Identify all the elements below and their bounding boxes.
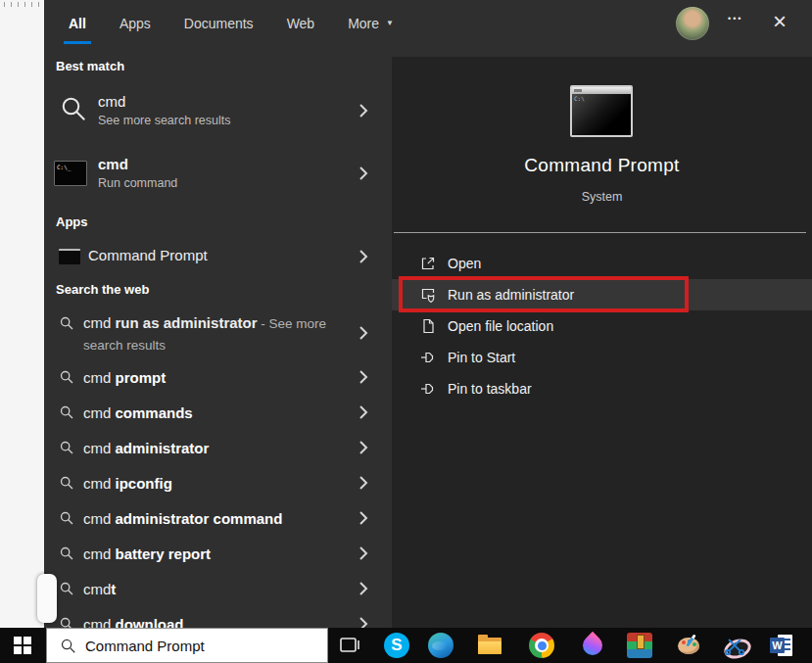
suggestion-bold: t <box>111 581 116 597</box>
best-match-search-result[interactable]: cmd See more search results <box>44 83 392 138</box>
app-subtitle: System <box>392 190 812 204</box>
suggestion-text: cmdt <box>83 581 116 597</box>
taskbar-search-box[interactable] <box>46 628 328 663</box>
task-view-icon[interactable] <box>338 633 363 658</box>
chevron-right-icon[interactable] <box>358 369 368 385</box>
start-button[interactable] <box>0 628 45 663</box>
tab-web-label: Web <box>287 16 315 31</box>
search-icon <box>59 94 88 127</box>
suggestion-bold: prompt <box>116 369 167 386</box>
section-search-the-web: Search the web <box>56 282 149 297</box>
word-icon[interactable]: W <box>769 633 794 658</box>
action-label: Open file location <box>448 318 553 334</box>
app-title: Command Prompt <box>392 155 812 176</box>
web-suggestion[interactable]: cmd ipconfig <box>44 465 392 500</box>
tab-more[interactable]: More ▼ <box>346 0 396 46</box>
suggestion-prefix: cmd <box>83 314 116 331</box>
chevron-down-icon: ▼ <box>386 19 394 27</box>
tab-more-label: More <box>348 16 379 31</box>
search-icon <box>59 315 74 331</box>
suggestion-bold: ipconfig <box>116 475 172 492</box>
suggestion-prefix: cmd <box>83 581 111 597</box>
chevron-right-icon[interactable] <box>358 249 368 264</box>
filter-tabs: All Apps Documents Web More ▼ <box>67 0 396 46</box>
chevron-right-icon[interactable] <box>358 325 368 341</box>
suggestion-bold: administrator command <box>116 510 283 527</box>
paint-icon[interactable] <box>676 633 701 658</box>
chevron-right-icon[interactable] <box>358 581 368 596</box>
tab-apps[interactable]: Apps <box>118 0 153 46</box>
file-location-icon <box>419 317 437 335</box>
action-pin-to-start[interactable]: Pin to Start <box>392 342 812 373</box>
tab-all[interactable]: All <box>67 0 88 46</box>
suggestion-prefix: cmd <box>83 545 116 562</box>
paint-3d-icon[interactable] <box>580 633 605 658</box>
cmd-window-icon: C:\_ <box>54 161 87 186</box>
taskbar: S W <box>0 628 812 663</box>
action-label: Pin to taskbar <box>448 381 532 397</box>
suggestion-bold: battery report <box>116 545 212 562</box>
file-explorer-icon[interactable] <box>477 633 502 658</box>
snipping-tool-icon[interactable] <box>722 633 747 658</box>
result-title: cmd <box>98 154 177 174</box>
pin-icon <box>419 380 437 398</box>
winrar-icon[interactable] <box>627 633 652 658</box>
web-suggestion[interactable]: cmd prompt <box>44 359 392 395</box>
search-icon <box>59 440 74 455</box>
cmd-window-icon <box>59 249 80 264</box>
search-icon <box>59 369 74 385</box>
edge-icon[interactable] <box>428 633 454 658</box>
search-flyout: All Apps Documents Web More ▼ ••• × Best… <box>44 0 812 628</box>
web-suggestion[interactable]: cmd administrator command <box>44 500 392 536</box>
action-open-file-location[interactable]: Open file location <box>392 310 812 342</box>
suggestion-bold: administrator <box>116 440 210 456</box>
result-title: cmd <box>98 91 230 112</box>
web-suggestion[interactable]: cmd commands <box>44 395 392 430</box>
chevron-right-icon[interactable] <box>358 545 368 561</box>
web-suggestion[interactable]: cmdt <box>44 571 392 606</box>
chevron-right-icon[interactable] <box>358 103 368 118</box>
app-result-command-prompt[interactable]: Command Prompt <box>44 240 392 273</box>
cmd-icon-prompt-text: C:\ <box>574 95 585 102</box>
taskbar-search-input[interactable] <box>85 638 310 654</box>
chevron-right-icon[interactable] <box>358 475 368 491</box>
result-subtitle: See more search results <box>98 112 230 130</box>
cmd-icon-titlebar <box>572 87 631 94</box>
action-run-as-administrator[interactable]: Run as administrator <box>392 279 812 310</box>
tab-documents-label: Documents <box>184 16 254 31</box>
skype-icon[interactable]: S <box>384 633 409 658</box>
search-icon <box>59 475 74 491</box>
suggestion-text: cmd administrator <box>83 440 209 456</box>
action-pin-to-taskbar[interactable]: Pin to taskbar <box>392 373 812 404</box>
suggestion-prefix: cmd <box>83 440 116 456</box>
chevron-right-icon[interactable] <box>358 510 368 526</box>
search-icon <box>60 638 76 654</box>
options-ellipsis-icon[interactable]: ••• <box>728 14 742 24</box>
action-label: Open <box>448 256 481 271</box>
chrome-icon[interactable] <box>529 633 554 658</box>
action-open[interactable]: Open <box>392 248 812 279</box>
action-label: Run as administrator <box>448 287 574 303</box>
web-suggestion[interactable]: cmd administrator <box>44 430 392 465</box>
best-match-cmd-result[interactable]: C:\_ cmd Run command <box>44 146 392 201</box>
suggestion-text: cmd ipconfig <box>83 475 172 492</box>
app-title: Command Prompt <box>88 247 208 263</box>
chevron-right-icon[interactable] <box>358 404 368 420</box>
user-avatar[interactable] <box>676 7 709 40</box>
tab-apps-label: Apps <box>119 16 151 31</box>
close-icon[interactable]: × <box>773 8 787 35</box>
suggestion-text: cmd run as administrator - See more sear… <box>83 312 326 355</box>
chevron-right-icon[interactable] <box>358 166 368 181</box>
background-document-window <box>0 0 44 628</box>
tab-web[interactable]: Web <box>285 0 317 46</box>
result-text: cmd Run command <box>98 154 177 193</box>
search-header: All Apps Documents Web More ▼ ••• × <box>44 0 812 46</box>
suggestion-text: cmd commands <box>83 404 193 421</box>
result-subtitle: Run command <box>98 174 177 193</box>
web-suggestion[interactable]: cmd run as administrator - See more sear… <box>44 305 392 361</box>
web-suggestion[interactable]: cmd battery report <box>44 536 392 571</box>
chevron-right-icon[interactable] <box>358 440 368 455</box>
tab-documents[interactable]: Documents <box>182 0 256 46</box>
windows-logo-icon <box>14 637 31 654</box>
suggestion-line2: search results <box>83 338 166 353</box>
